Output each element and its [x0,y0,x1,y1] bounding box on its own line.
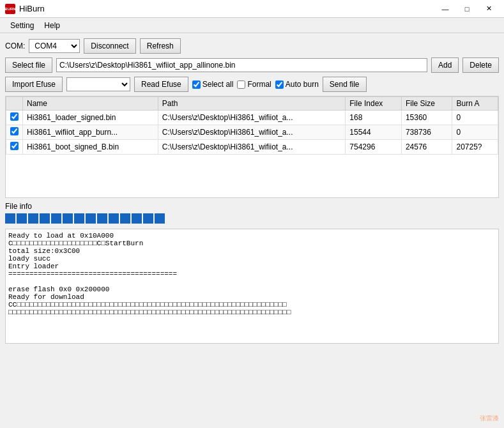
read-efuse-button[interactable]: Read Efuse [134,77,188,92]
table-row: Hi3861_loader_signed.bin C:\Users\z\Desk… [6,111,498,125]
progress-bar [5,213,499,224]
auto-burn-label[interactable]: Auto burn [275,80,319,89]
maximize-button[interactable]: □ [457,3,477,15]
col-burna: Burn A [452,97,498,111]
window-controls: — □ ✕ [435,3,499,15]
progress-block [109,213,119,224]
row-path-2: C:\Users\z\Desktop\Hi3861_wifiiot_a... [158,140,346,155]
efuse-row: Import Efuse Read Efuse Select all Forma… [5,77,499,92]
menu-setting[interactable]: Setting [5,20,39,31]
import-efuse-button[interactable]: Import Efuse [5,77,63,92]
col-name: Name [23,97,158,111]
log-area[interactable]: Ready to load at 0x10A000 C□□□□□□□□□□□□□… [5,229,499,344]
add-button[interactable]: Add [431,57,459,73]
file-row: Select file Add Delete [5,57,499,73]
table-row: Hi3861_boot_signed_B.bin C:\Users\z\Desk… [6,140,498,155]
com-dropdown[interactable]: COM4 COM1 COM2 COM3 [29,39,80,53]
progress-block [74,213,84,224]
main-content: COM: COM4 COM1 COM2 COM3 Disconnect Refr… [0,33,504,349]
file-path-input[interactable] [56,58,427,72]
progress-block [28,213,38,224]
col-fileindex: File Index [346,97,402,111]
progress-block [120,213,130,224]
progress-block [63,213,73,224]
col-filesize: File Size [401,97,452,111]
com-selector: COM4 COM1 COM2 COM3 [29,39,80,53]
menu-help[interactable]: Help [39,20,65,31]
row-path-1: C:\Users\z\Desktop\Hi3861_wifiiot_a... [158,125,346,140]
file-info-label: File info [5,202,499,211]
select-all-checkbox[interactable] [192,80,201,89]
progress-block [51,213,61,224]
auto-burn-checkbox[interactable] [275,80,284,89]
row-fileindex-0: 168 [346,111,402,125]
file-table-wrapper: Name Path File Index File Size Burn A Hi… [5,96,499,198]
send-file-button[interactable]: Send file [323,77,367,92]
close-button[interactable]: ✕ [478,3,499,15]
progress-block [17,213,27,224]
minimize-button[interactable]: — [435,3,455,15]
row-name-2: Hi3861_boot_signed_B.bin [23,140,158,155]
row-burna-0: 0 [452,111,498,125]
com-label: COM: [5,42,25,50]
row-name-0: Hi3861_loader_signed.bin [23,111,158,125]
row-check-1[interactable] [6,125,23,140]
select-all-label[interactable]: Select all [192,80,234,89]
row-burna-2: 20725? [452,140,498,155]
app-icon: BURN [5,4,15,14]
row-fileindex-1: 15544 [346,125,402,140]
file-table: Name Path File Index File Size Burn A Hi… [6,96,498,155]
row-name-1: Hi3861_wifiiot_app_burn... [23,125,158,140]
com-row: COM: COM4 COM1 COM2 COM3 Disconnect Refr… [5,38,499,54]
col-check [6,97,23,111]
row-fileindex-2: 754296 [346,140,402,155]
progress-block [40,213,50,224]
row-burna-1: 0 [452,125,498,140]
disconnect-button[interactable]: Disconnect [84,38,135,54]
select-file-button[interactable]: Select file [5,57,52,73]
watermark: 张雷漆 [480,414,499,423]
row-filesize-1: 738736 [401,125,452,140]
menu-bar: Setting Help [0,18,504,33]
progress-block [97,213,107,224]
progress-block [5,213,15,224]
progress-block [86,213,96,224]
row-path-0: C:\Users\z\Desktop\Hi3861_wifiiot_a... [158,111,346,125]
refresh-button[interactable]: Refresh [140,38,181,54]
formal-checkbox[interactable] [237,80,245,89]
efuse-dropdown[interactable] [66,77,130,91]
delete-button[interactable]: Delete [462,57,499,73]
row-check-2[interactable] [6,140,23,155]
title-bar: BURN HiBurn — □ ✕ [0,0,504,18]
row-check-0[interactable] [6,111,23,125]
progress-block [132,213,142,224]
formal-label[interactable]: Formal [237,80,271,89]
table-row: Hi3861_wifiiot_app_burn... C:\Users\z\De… [6,125,498,140]
row-filesize-2: 24576 [401,140,452,155]
col-path: Path [158,97,346,111]
progress-block [155,213,165,224]
app-title: HiBurn [19,4,45,13]
row-filesize-0: 15360 [401,111,452,125]
progress-block [143,213,153,224]
